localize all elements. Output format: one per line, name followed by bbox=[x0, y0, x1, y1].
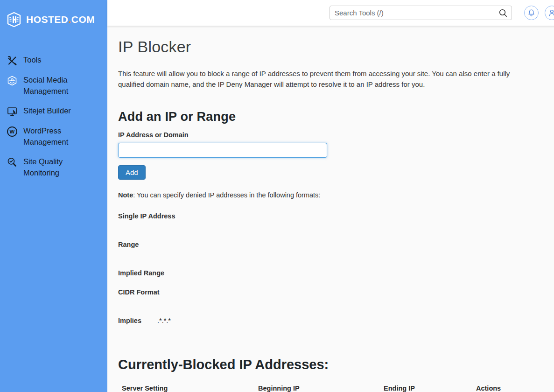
ip-address-input[interactable] bbox=[118, 143, 327, 158]
top-bar bbox=[107, 0, 554, 26]
svg-text:W: W bbox=[10, 129, 15, 134]
formats-note: Note: You can specify denied IP addresse… bbox=[118, 191, 554, 199]
ip-input-label: IP Address or Domain bbox=[118, 131, 554, 139]
tools-icon bbox=[7, 55, 18, 66]
format-single-ip: Single IP Address bbox=[118, 212, 554, 220]
wordpress-icon: W bbox=[7, 126, 18, 137]
social-media-icon bbox=[7, 75, 18, 86]
blocked-ips-table: Server Setting Beginning IP Ending IP Ac… bbox=[118, 382, 554, 392]
user-button[interactable] bbox=[545, 6, 554, 20]
add-ip-heading: Add an IP or Range bbox=[118, 110, 554, 124]
main-area: IP Blocker This feature will allow you t… bbox=[107, 0, 554, 392]
sidebar-item-sitejet[interactable]: Sitejet Builder bbox=[0, 101, 107, 121]
sidebar-item-label: WordPress Management bbox=[23, 126, 96, 148]
sidebar: HOSTED.COM Tools bbox=[0, 0, 107, 392]
table-header-row: Server Setting Beginning IP Ending IP Ac… bbox=[118, 382, 554, 392]
sidebar-item-social-media[interactable]: Social Media Management bbox=[0, 70, 107, 101]
add-button[interactable]: Add bbox=[118, 165, 146, 180]
sidebar-item-label: Site Quality Monitoring bbox=[23, 156, 96, 179]
page-description: This feature will allow you to block a r… bbox=[118, 68, 530, 90]
implies-label: Implies bbox=[118, 317, 141, 324]
sidebar-item-label: Sitejet Builder bbox=[23, 105, 71, 117]
column-header-ending-ip: Ending IP bbox=[380, 382, 472, 392]
brand-logo[interactable]: HOSTED.COM bbox=[0, 8, 107, 28]
sidebar-item-tools[interactable]: Tools bbox=[0, 50, 107, 70]
brand-name: HOSTED.COM bbox=[26, 14, 95, 25]
implies-value: .*.*.* bbox=[157, 317, 171, 324]
content: IP Blocker This feature will allow you t… bbox=[107, 26, 554, 392]
format-implied-range: Implied Range bbox=[118, 269, 554, 277]
search-input[interactable] bbox=[330, 6, 512, 20]
page-title: IP Blocker bbox=[118, 38, 554, 56]
sidebar-item-label: Tools bbox=[23, 55, 42, 66]
site-quality-icon bbox=[7, 157, 18, 168]
column-header-beginning-ip: Beginning IP bbox=[254, 382, 380, 392]
user-icon bbox=[548, 9, 554, 17]
blocked-ips-heading: Currently-Blocked IP Addresses: bbox=[118, 357, 554, 372]
sidebar-item-label: Social Media Management bbox=[23, 75, 96, 97]
column-header-actions: Actions bbox=[472, 382, 554, 392]
implies-row: Implies .*.*.* bbox=[118, 317, 554, 324]
sidebar-item-wordpress[interactable]: W WordPress Management bbox=[0, 121, 107, 152]
sitejet-icon bbox=[7, 106, 18, 117]
notifications-button[interactable] bbox=[524, 6, 539, 20]
column-header-server-setting: Server Setting bbox=[118, 382, 254, 392]
format-range: Range bbox=[118, 241, 554, 248]
sidebar-item-site-quality[interactable]: Site Quality Monitoring bbox=[0, 152, 107, 183]
format-cidr: CIDR Format bbox=[118, 288, 554, 296]
search-icon[interactable] bbox=[498, 7, 509, 19]
search-tools bbox=[330, 6, 512, 20]
hosted-logo-icon bbox=[6, 11, 22, 28]
bell-icon bbox=[527, 9, 535, 17]
sidebar-nav: Tools Social Media Management bbox=[0, 50, 107, 183]
